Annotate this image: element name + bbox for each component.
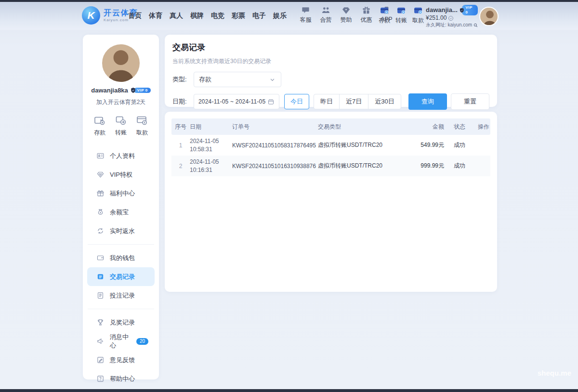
avatar[interactable] (102, 44, 140, 82)
sidebar-item-welfare[interactable]: 福利中心 (83, 184, 159, 203)
type-select-value: 存款 (199, 75, 211, 84)
transfer-card-icon (396, 6, 407, 15)
cell-status: 成功 (447, 141, 472, 149)
sidebar-item-label: 意见反馈 (110, 356, 135, 365)
sidebar-item-vip[interactable]: VIP特权 (83, 165, 159, 184)
quick-action-deposit[interactable]: 存款 (93, 115, 106, 137)
type-select[interactable]: 存款 (194, 72, 281, 87)
feedback-icon (96, 356, 105, 364)
quick-action-label: 取款 (136, 129, 148, 137)
wallet-link-label: 存款 (379, 16, 390, 25)
sponsor-icon (342, 6, 351, 15)
sidebar-item-yuebao[interactable]: 余额宝 (83, 203, 159, 222)
nav-item-live[interactable]: 真人 (170, 12, 183, 20)
date-range-value: 2024-11-05 ~ 2024-11-05 (198, 98, 265, 105)
cell-date-time: 10:58:31 (190, 146, 212, 153)
quick-link-promo[interactable]: 优惠 (358, 6, 374, 24)
sidebar-item-messages[interactable]: 消息中心 20 (83, 332, 159, 351)
query-button[interactable]: 查询 (408, 93, 447, 110)
quick-action-label: 存款 (94, 129, 105, 137)
sidebar-item-prize-records[interactable]: 兑奖记录 (83, 313, 159, 332)
wallet-link-label: 取款 (412, 16, 424, 25)
transactions-table-panel: 序号 日期 订单号 交易类型 金额 状态 操作 1 2024-11-05 10:… (165, 112, 497, 292)
megaphone-icon (96, 337, 105, 345)
table-header-row: 序号 日期 订单号 交易类型 金额 状态 操作 (171, 118, 490, 135)
nav-item-sports[interactable]: 体育 (149, 12, 162, 20)
sidebar-item-profile[interactable]: 个人资料 (83, 146, 159, 165)
user-block[interactable]: dawanjia... VIP 0 ¥251.00 永久网址: kaiyun.c… (426, 6, 478, 28)
header-transfer[interactable]: 转账 (394, 6, 408, 25)
sidebar-item-label: 个人资料 (110, 152, 135, 160)
sidebar-item-label: 投注记录 (110, 291, 135, 300)
user-balance: ¥251.00 (426, 14, 447, 22)
site-note: 永久网址: kaiyun.com (426, 22, 472, 28)
deposit-card-icon (379, 6, 390, 15)
avatar[interactable] (479, 7, 499, 26)
transfer-icon (115, 115, 127, 126)
cell-date: 2024-11-05 10:58:31 (190, 137, 232, 153)
sidebar-item-label: 余额宝 (110, 208, 129, 217)
sidebar-item-label: 我的钱包 (110, 254, 135, 262)
joined-days: 加入开云体育第2天 (83, 98, 159, 106)
cell-date-time: 10:16:31 (190, 167, 212, 173)
quick-link-partners[interactable]: 合营 (318, 6, 334, 24)
divider (88, 309, 154, 309)
sidebar-item-betting-records[interactable]: 投注记录 (83, 286, 159, 305)
cell-status: 成功 (447, 162, 472, 170)
nav-item-lottery[interactable]: 彩票 (232, 12, 245, 20)
sidebar-item-feedback[interactable]: 意见反馈 (83, 351, 159, 369)
calendar-icon (267, 98, 275, 105)
transactions-icon (96, 273, 105, 281)
range-7days-button[interactable]: 近7日 (339, 94, 368, 109)
header-withdraw[interactable]: 取款 (411, 6, 425, 25)
sidebar-item-label: 交易记录 (110, 273, 135, 281)
logo-mark-icon: K (82, 6, 100, 25)
col-header-order: 订单号 (232, 123, 318, 131)
nav-item-esports[interactable]: 电竞 (211, 12, 224, 20)
cell-type: 虚拟币转账USDT/TRC20 (318, 162, 406, 170)
nav-item-home[interactable]: 首页 (128, 12, 142, 20)
header-deposit[interactable]: 存款 (378, 6, 391, 25)
quick-link-label: 客服 (300, 16, 312, 24)
sidebar-item-rebate[interactable]: 实时返水 (83, 222, 159, 240)
date-range-input[interactable]: 2024-11-05 ~ 2024-11-05 (194, 94, 279, 109)
cell-amount: 549.99元 (406, 141, 447, 149)
table-row: 1 2024-11-05 10:58:31 KWSF20241105105831… (171, 135, 490, 156)
magnifier-icon[interactable] (473, 23, 478, 28)
date-filter-row: 日期: 2024-11-05 ~ 2024-11-05 今日 昨日 近7日 近3… (172, 93, 489, 110)
prize-record-icon (96, 318, 105, 327)
col-header-date: 日期 (190, 123, 232, 131)
nav-item-slots[interactable]: 电子 (252, 12, 266, 20)
cell-date: 2024-11-05 10:16:31 (190, 158, 232, 173)
col-header-type: 交易类型 (318, 123, 406, 131)
range-today-button[interactable]: 今日 (284, 94, 309, 109)
watermark: shequ.me (538, 369, 571, 377)
range-yesterday-button[interactable]: 昨日 (314, 94, 340, 109)
quick-link-label: 赞助 (341, 16, 352, 24)
sidebar-item-label: 福利中心 (110, 189, 135, 198)
type-filter-row: 类型: 存款 (172, 72, 489, 87)
quick-action-withdraw[interactable]: 取款 (136, 115, 148, 137)
withdraw-card-icon (413, 6, 423, 15)
chat-icon (301, 6, 310, 15)
sidebar: dawanjia8ka VIP 0 加入开云体育第2天 存款 转账 (83, 35, 159, 379)
id-card-icon (96, 152, 105, 160)
main-nav: 首页 体育 真人 棋牌 电竞 彩票 电子 娱乐 (128, 2, 287, 30)
page-subtitle: 当前系统支持查询最近30日的交易记录 (172, 57, 489, 65)
sidebar-item-wallet[interactable]: 我的钱包 (83, 248, 159, 267)
refresh-balance-icon[interactable] (448, 15, 454, 21)
sidebar-item-help[interactable]: 帮助中心 (83, 369, 159, 388)
range-30days-button[interactable]: 近30日 (368, 94, 401, 109)
vip-level: VIP 0 (134, 88, 151, 93)
quick-link-sponsor[interactable]: 赞助 (338, 6, 354, 24)
quick-action-transfer[interactable]: 转账 (115, 115, 127, 137)
sidebar-item-transactions[interactable]: 交易记录 (87, 267, 155, 286)
quick-link-service[interactable]: 客服 (298, 6, 314, 24)
cell-order: KWSF202411051058317876495 (232, 142, 318, 149)
nav-item-entertainment[interactable]: 娱乐 (273, 12, 287, 20)
quick-link-label: 合营 (320, 16, 332, 24)
chevron-down-icon (269, 76, 276, 83)
unread-count-badge: 20 (136, 338, 148, 345)
nav-item-chess[interactable]: 棋牌 (190, 12, 204, 20)
reset-button[interactable]: 重置 (451, 93, 489, 110)
